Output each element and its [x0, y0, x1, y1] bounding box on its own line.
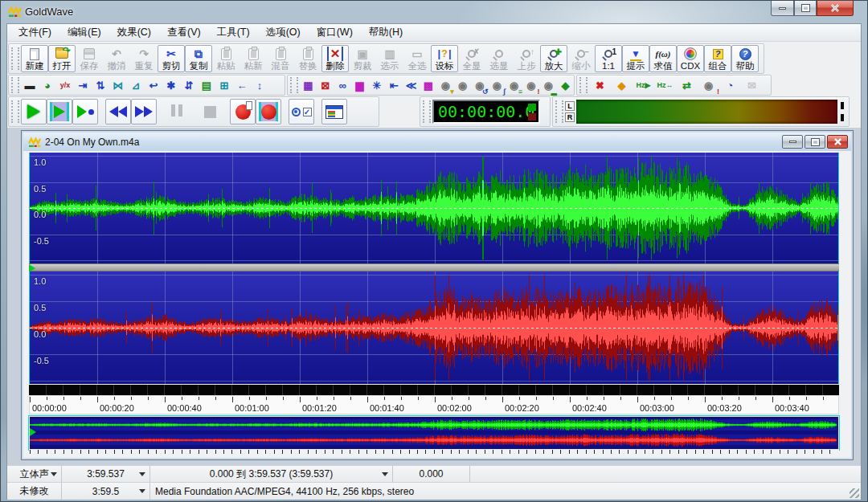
set-marker-button[interactable]: |?|设标: [431, 45, 458, 72]
offset-icon[interactable]: ▬: [21, 76, 39, 94]
menu-item-编辑[interactable]: 编辑(E): [59, 23, 109, 42]
restore-button[interactable]: [794, 1, 817, 16]
fast-forward-button[interactable]: [131, 99, 157, 124]
expression-icon[interactable]: y/x: [56, 76, 74, 94]
fade-out-knob-icon[interactable]: ◉∫: [488, 76, 505, 94]
new-button[interactable]: 新建: [21, 45, 48, 72]
toolbar-grip[interactable]: [555, 100, 563, 124]
control-properties-button[interactable]: [321, 99, 347, 124]
timeline-ruler[interactable]: 00:00:0000:00:2000:00:4000:01:0000:01:20…: [29, 395, 839, 414]
menu-item-文件[interactable]: 文件(F): [10, 23, 59, 42]
paste-button[interactable]: 粘贴: [212, 45, 240, 72]
timer-icon[interactable]: ◔: [719, 76, 741, 94]
reduce-vocals-icon[interactable]: ✖: [589, 76, 611, 94]
menu-item-窗口[interactable]: 窗口(W): [309, 23, 361, 42]
show-all-button[interactable]: ✗全显: [458, 45, 485, 72]
trim-button[interactable]: ▣剪裁: [349, 45, 376, 72]
paste-new-button[interactable]: 粘新: [240, 45, 267, 72]
crossfade-icon[interactable]: ≪: [403, 76, 420, 94]
tape-icon[interactable]: ▩: [420, 76, 436, 94]
channel-swap-icon[interactable]: ⇄: [676, 76, 698, 94]
undo-button[interactable]: ↶撤消: [103, 45, 130, 72]
smoother-icon[interactable]: ⊞: [215, 76, 233, 94]
menu-item-工具[interactable]: 工具(T): [209, 23, 258, 42]
menu-item-效果[interactable]: 效果(C): [109, 23, 159, 42]
waveform-left-channel[interactable]: 1.00.50.0-0.5: [29, 153, 839, 263]
channel-mode-dropdown[interactable]: 立体声: [7, 466, 62, 482]
selection-bar[interactable]: [29, 385, 839, 395]
mail-icon[interactable]: ✉: [741, 76, 763, 94]
length-dropdown[interactable]: 3:59.537: [62, 466, 150, 482]
interpolate-icon[interactable]: ▦: [300, 76, 317, 94]
fade-in-knob-icon[interactable]: ◉↺: [471, 76, 488, 94]
zoom-in-button[interactable]: ✚放大: [540, 45, 567, 72]
mix-button[interactable]: 混音: [267, 45, 294, 72]
copy-button[interactable]: ⧉复制: [185, 45, 212, 72]
help-button[interactable]: ?帮助: [731, 45, 759, 72]
evaluate-button[interactable]: f(ω)求值: [649, 45, 677, 72]
pitch-icon[interactable]: ⇵: [180, 76, 198, 94]
doc-restore-button[interactable]: [805, 135, 825, 149]
combine-button[interactable]: ?组合: [704, 45, 731, 72]
stereo-pan-icon[interactable]: ◆: [557, 76, 574, 94]
replace-button[interactable]: 替换: [294, 45, 321, 72]
offset-vertical-icon[interactable]: ↕: [251, 76, 268, 94]
equalizer-icon[interactable]: ▤: [198, 76, 215, 94]
selection-dropdown[interactable]: 0.000 到 3:59.537 (3:59.537): [150, 466, 393, 482]
channel-separator[interactable]: [29, 263, 839, 271]
menu-item-查看[interactable]: 查看(V): [159, 23, 209, 42]
delete-button[interactable]: ✕删除: [321, 45, 349, 72]
doc-close-button[interactable]: [827, 135, 848, 149]
resize-grip[interactable]: [850, 488, 859, 498]
play-selection-button[interactable]: [47, 99, 72, 124]
sparkle-icon[interactable]: ✳: [368, 76, 385, 94]
record-new-button[interactable]: [230, 99, 256, 124]
zoom-1-1-button[interactable]: 11:1: [595, 45, 622, 72]
dynamics-icon[interactable]: ⇅: [92, 76, 109, 94]
filter-icon[interactable]: ⊿: [127, 76, 145, 94]
document-titlebar[interactable]: 2-04 On My Own.m4a: [23, 133, 851, 151]
cut-button[interactable]: ✂剪切: [158, 45, 185, 72]
monitor-button[interactable]: ✓: [289, 99, 314, 124]
minimize-button[interactable]: [771, 1, 794, 16]
record-button[interactable]: [256, 99, 281, 124]
flanger-icon[interactable]: ⇥: [74, 76, 92, 94]
rewind-button[interactable]: [105, 99, 131, 124]
spectrum-icon[interactable]: ▆: [351, 76, 368, 94]
pause-button[interactable]: [164, 99, 190, 124]
play-from-marker-button[interactable]: [72, 99, 98, 124]
overview-waveform[interactable]: [29, 416, 839, 450]
resample-icon[interactable]: Hz↔: [654, 76, 676, 94]
change-volume-knob-icon[interactable]: ◉▾: [436, 76, 453, 94]
select-view-button[interactable]: ▥选示: [376, 45, 403, 72]
silence-icon[interactable]: ⊠: [317, 76, 334, 94]
stop-button[interactable]: [197, 99, 223, 124]
app-titlebar[interactable]: GoldWave: [1, 1, 867, 23]
open-button[interactable]: ↷打开: [48, 45, 76, 72]
waveform-right-channel[interactable]: 1.00.50.0-0.5: [29, 271, 839, 384]
toolbar-grip[interactable]: [423, 100, 431, 124]
save-button[interactable]: 保存: [76, 45, 103, 72]
menu-item-帮助[interactable]: 帮助(H): [361, 23, 411, 42]
hint-button[interactable]: ▼提示: [622, 45, 649, 72]
redo-button[interactable]: ↷重复: [130, 45, 158, 72]
maximize-volume-knob-icon[interactable]: ◉!: [522, 76, 539, 94]
volume-knob-icon[interactable]: ◉: [454, 76, 471, 94]
previous-zoom-button[interactable]: ↑上步: [513, 45, 540, 72]
show-selection-button[interactable]: 选显: [485, 45, 513, 72]
length-short-dropdown[interactable]: 3:59.5: [62, 483, 150, 500]
play-button[interactable]: [21, 99, 47, 124]
zoom-out-button[interactable]: −缩小: [567, 45, 595, 72]
doppler-icon[interactable]: ◕: [39, 76, 56, 94]
shape-volume-knob-icon[interactable]: ◉▂: [539, 76, 556, 94]
close-button[interactable]: [817, 1, 854, 16]
match-volume-knob-icon[interactable]: ◉≡: [506, 76, 522, 94]
mechanize-icon[interactable]: ✱: [162, 76, 180, 94]
echo-icon[interactable]: ⋈: [109, 76, 127, 94]
pitch-diamond-icon[interactable]: ◆: [611, 76, 633, 94]
menu-item-选项[interactable]: 选项(O): [258, 23, 309, 42]
playback-rate-icon[interactable]: Hz▶: [633, 76, 654, 94]
auto-gain-knob-icon[interactable]: ◉!: [698, 76, 719, 94]
doc-minimize-button[interactable]: [782, 135, 803, 149]
select-all-button[interactable]: ▭全选: [403, 45, 431, 72]
